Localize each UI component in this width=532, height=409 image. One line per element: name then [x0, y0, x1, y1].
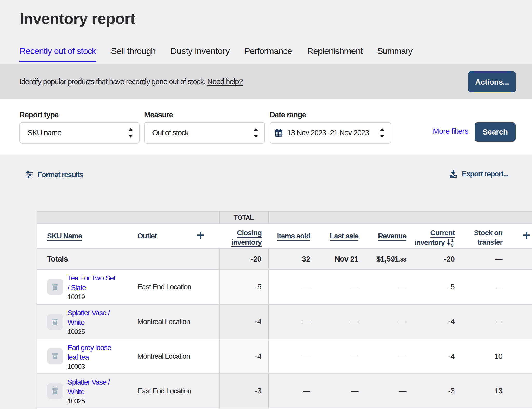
svg-text:9: 9 [451, 243, 453, 247]
svg-text:1: 1 [451, 238, 453, 243]
